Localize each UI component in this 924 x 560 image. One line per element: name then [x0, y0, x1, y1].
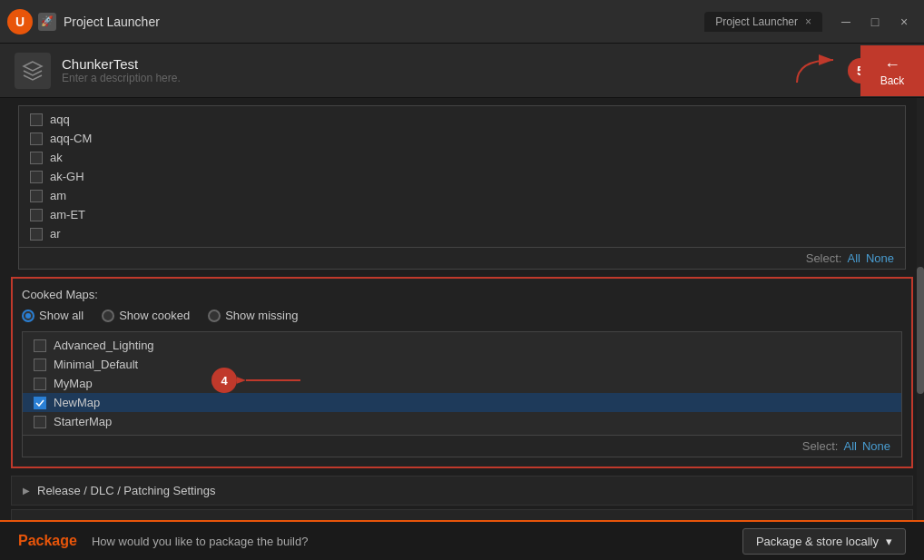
- map-item-startermap[interactable]: StarterMap: [23, 412, 901, 431]
- map-item-newmap[interactable]: NewMap: [23, 393, 901, 412]
- scrollbar-thumb[interactable]: [917, 267, 924, 394]
- project-info: ChunkerTest Enter a description here.: [62, 56, 848, 84]
- map-item-minimal-default[interactable]: Minimal_Default: [23, 355, 901, 374]
- select-all-link[interactable]: All: [847, 251, 860, 265]
- maps-select-none-link[interactable]: None: [862, 439, 890, 453]
- lang-checkbox-am[interactable]: [30, 190, 43, 202]
- maps-select-label: Select:: [802, 439, 839, 453]
- back-button[interactable]: ← Back: [860, 45, 924, 96]
- bottom-bar: Package How would you like to package th…: [0, 520, 924, 560]
- map-item-advanced-lighting[interactable]: Advanced_Lighting: [23, 336, 901, 355]
- chevron-down-icon: ▾: [886, 535, 892, 548]
- radio-circle-show-missing: [208, 309, 221, 322]
- step-badge-4: 4: [211, 368, 237, 393]
- package-dropdown[interactable]: Package & store locally ▾: [742, 528, 906, 555]
- chevron-right-icon: ▶: [23, 486, 30, 496]
- maps-select-all-link[interactable]: All: [843, 439, 856, 453]
- step4-arrow: [237, 367, 310, 394]
- release-section-header[interactable]: ▶ Release / DLC / Patching Settings: [12, 476, 912, 505]
- project-header: ChunkerTest Enter a description here. 5 …: [0, 44, 924, 98]
- maps-select-row: Select: All None: [22, 436, 902, 457]
- release-section-title: Release / DLC / Patching Settings: [37, 484, 216, 497]
- minimize-button[interactable]: ─: [833, 9, 859, 34]
- lang-label: ak: [50, 151, 63, 164]
- main-content: aqq aqq-CM ak ak-GH am am-ET: [0, 98, 924, 520]
- project-icon: [15, 53, 51, 89]
- language-list-container: aqq aqq-CM ak ak-GH am am-ET: [7, 105, 917, 270]
- project-description: Enter a description here.: [62, 72, 848, 84]
- scrollbar-track: [917, 98, 924, 520]
- package-question: How would you like to package the build?: [92, 535, 728, 548]
- radio-show-all-label: Show all: [39, 309, 84, 322]
- map-label: StarterMap: [54, 415, 112, 428]
- map-label: Advanced_Lighting: [54, 339, 154, 352]
- lang-checkbox-aqq-cm[interactable]: [30, 133, 43, 145]
- tab-close-icon[interactable]: ×: [805, 15, 811, 28]
- lang-checkbox-ak-gh[interactable]: [30, 171, 43, 183]
- radio-show-cooked[interactable]: Show cooked: [102, 309, 190, 322]
- app-icon: 🚀: [38, 13, 56, 31]
- maximize-button[interactable]: □: [862, 9, 888, 34]
- lang-label: am: [50, 189, 66, 202]
- map-label: Minimal_Default: [54, 358, 138, 371]
- lang-checkbox-ak[interactable]: [30, 152, 43, 164]
- maps-list: Advanced_Lighting Minimal_Default MyMap …: [22, 331, 902, 436]
- close-button[interactable]: ×: [891, 9, 917, 34]
- list-item[interactable]: ak: [19, 148, 905, 167]
- lang-label: aqq-CM: [50, 132, 92, 145]
- lang-label: aqq: [50, 113, 70, 126]
- list-item[interactable]: aqq: [19, 110, 905, 129]
- radio-show-all[interactable]: Show all: [22, 309, 84, 322]
- map-item-mymap[interactable]: MyMap 4: [23, 374, 901, 393]
- radio-show-missing[interactable]: Show missing: [208, 309, 298, 322]
- map-label: MyMap: [54, 377, 93, 390]
- app-title: Project Launcher: [64, 15, 704, 29]
- lang-checkbox-aqq[interactable]: [30, 113, 43, 126]
- package-label: Package: [18, 533, 77, 549]
- lang-checkbox-ar[interactable]: [30, 228, 43, 241]
- select-label: Select:: [806, 251, 842, 265]
- radio-circle-show-cooked: [102, 309, 114, 322]
- list-item[interactable]: aqq-CM: [19, 129, 905, 148]
- map-checkbox-advanced-lighting[interactable]: [34, 339, 46, 352]
- titlebar: U 🚀 Project Launcher Project Launcher × …: [0, 0, 924, 44]
- radio-show-missing-label: Show missing: [225, 309, 298, 322]
- project-name: ChunkerTest: [62, 56, 848, 72]
- language-list: aqq aqq-CM ak ak-GH am am-ET: [18, 105, 906, 248]
- map-checkbox-mymap[interactable]: [34, 378, 46, 390]
- back-arrow-indicator: [788, 51, 842, 87]
- cooked-maps-section: Cooked Maps: Show all Show cooked Show m…: [11, 277, 913, 468]
- release-section: ▶ Release / DLC / Patching Settings: [11, 476, 913, 506]
- radio-show-cooked-label: Show cooked: [119, 309, 190, 322]
- package-dropdown-label: Package & store locally: [756, 535, 879, 548]
- list-item[interactable]: ar: [19, 224, 905, 243]
- map-checkbox-newmap[interactable]: [34, 397, 46, 409]
- lang-label: am-ET: [50, 208, 85, 221]
- tab-label: Project Launcher: [715, 15, 798, 28]
- list-item[interactable]: am-ET: [19, 205, 905, 224]
- lang-checkbox-am-et[interactable]: [30, 209, 43, 221]
- back-label: Back: [880, 74, 905, 87]
- radio-group: Show all Show cooked Show missing: [22, 309, 902, 322]
- step4-indicator: 4: [204, 367, 310, 394]
- cooked-maps-title: Cooked Maps:: [22, 288, 902, 301]
- list-item[interactable]: ak-GH: [19, 167, 905, 186]
- radio-circle-show-all: [22, 309, 34, 322]
- lang-label: ar: [50, 227, 61, 241]
- list-item[interactable]: am: [19, 186, 905, 205]
- map-label: NewMap: [54, 396, 100, 409]
- ue-logo: U: [7, 9, 33, 34]
- lang-select-row: Select: All None: [18, 248, 906, 270]
- select-none-link[interactable]: None: [866, 251, 894, 265]
- map-checkbox-startermap[interactable]: [34, 416, 46, 428]
- advanced-section-header[interactable]: ▶ Advanced Settings: [12, 510, 912, 520]
- advanced-section: ▶ Advanced Settings: [11, 509, 913, 520]
- window-controls: ─ □ ×: [833, 9, 917, 34]
- tab-project-launcher[interactable]: Project Launcher ×: [704, 12, 822, 32]
- lang-label: ak-GH: [50, 170, 84, 183]
- map-checkbox-minimal-default[interactable]: [34, 359, 46, 371]
- back-arrow-icon: ←: [884, 55, 900, 74]
